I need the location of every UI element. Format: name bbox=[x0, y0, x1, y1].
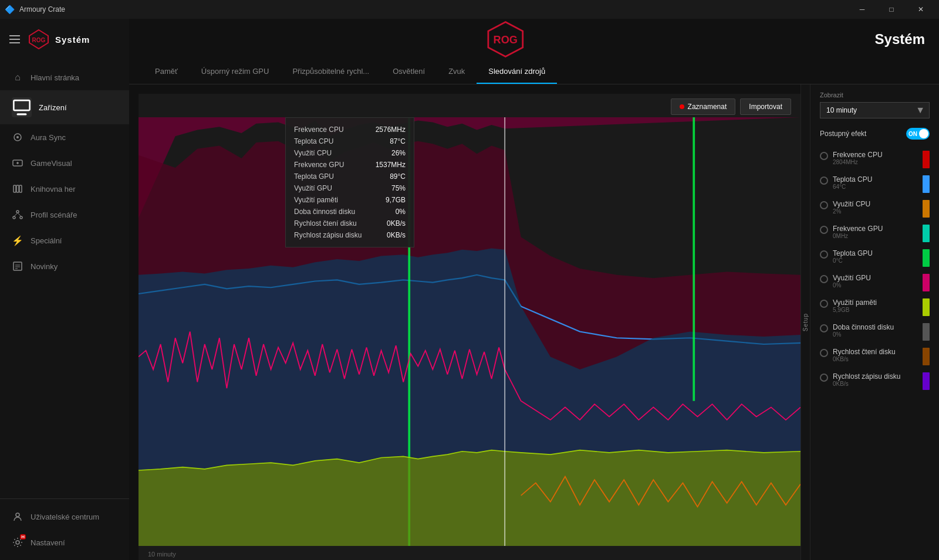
metric-value-disk-activity: 0% bbox=[833, 331, 918, 338]
tooltip-row-usage-gpu: Využití GPU 75% bbox=[294, 182, 406, 194]
metric-color-usage-cpu bbox=[923, 200, 930, 218]
sidebar-header: ROG Systém bbox=[0, 19, 129, 60]
maximize-button[interactable]: □ bbox=[878, 0, 905, 19]
sidebar-item-user-center[interactable]: Uživatelské centrum bbox=[0, 504, 129, 530]
tooltip-val-disk-activity: 0% bbox=[396, 208, 406, 216]
sidebar-item-special[interactable]: ⚡ Speciální bbox=[0, 228, 129, 253]
metric-color-freq-gpu bbox=[923, 225, 930, 242]
sidebar-item-aura[interactable]: Aura Sync bbox=[0, 124, 129, 150]
titlebar-left: 🔷 Armoury Crate bbox=[5, 5, 65, 14]
metric-name-disk-read: Rychlost čtení disku bbox=[833, 348, 918, 356]
tab-pamet[interactable]: Paměť bbox=[143, 60, 190, 84]
setup-tab[interactable]: Setup bbox=[800, 84, 810, 560]
sidebar-item-devices[interactable]: Zařízení bbox=[0, 90, 129, 124]
metric-item-usage-cpu[interactable]: Využití CPU 2% bbox=[820, 197, 930, 220]
metric-color-freq-cpu bbox=[923, 151, 930, 168]
metric-info-temp-gpu: Teplota GPU 0°C bbox=[833, 249, 918, 264]
rog-logo: ROG Systém bbox=[28, 29, 90, 50]
metric-item-usage-gpu[interactable]: Využití GPU 0% bbox=[820, 271, 930, 294]
chart-svg bbox=[139, 117, 800, 546]
metric-radio-freq-cpu[interactable] bbox=[820, 152, 828, 160]
gamevisual-icon bbox=[12, 157, 23, 169]
metric-name-usage-cpu: Využití CPU bbox=[833, 200, 918, 208]
tooltip-label-usage-cpu: Využití CPU bbox=[294, 149, 332, 157]
record-icon bbox=[680, 104, 684, 109]
chart-tooltip: Frekvence CPU 2576MHz Teplota CPU 87°C V… bbox=[285, 117, 414, 247]
scenarios-icon bbox=[12, 209, 23, 220]
metric-color-mem-usage bbox=[923, 298, 930, 316]
display-select-wrap: 10 minuty 30 minuty 1 hodina ▼ bbox=[820, 102, 930, 118]
titlebar-controls: ─ □ ✕ bbox=[849, 0, 934, 19]
metric-radio-temp-cpu[interactable] bbox=[820, 177, 828, 185]
chart-toolbar: Zaznamenat Importovat bbox=[671, 99, 791, 115]
tab-usporny[interactable]: Úsporný režim GPU bbox=[190, 60, 281, 84]
tooltip-val-usage-gpu: 75% bbox=[391, 184, 406, 192]
metric-name-temp-gpu: Teplota GPU bbox=[833, 249, 918, 257]
import-button[interactable]: Importovat bbox=[740, 99, 791, 115]
tooltip-label-temp-gpu: Teplota GPU bbox=[294, 172, 334, 181]
metric-name-freq-cpu: Frekvence CPU bbox=[833, 151, 918, 159]
metric-item-disk-write[interactable]: Rychlost zápisu disku 0KB/s bbox=[820, 369, 930, 393]
record-button[interactable]: Zaznamenat bbox=[671, 99, 736, 115]
svg-text:ROG: ROG bbox=[32, 37, 46, 43]
metric-item-disk-read[interactable]: Rychlost čtení disku 0KB/s bbox=[820, 345, 930, 368]
metric-radio-mem-usage[interactable] bbox=[820, 300, 828, 308]
metric-value-disk-write: 0KB/s bbox=[833, 381, 918, 387]
tooltip-row-freq-gpu: Frekvence GPU 1537MHz bbox=[294, 159, 406, 171]
minimize-button[interactable]: ─ bbox=[849, 0, 876, 19]
metrics-list: Frekvence CPU 2804MHz Teplota CPU 64°C V… bbox=[820, 148, 930, 393]
metric-radio-usage-gpu[interactable] bbox=[820, 275, 828, 283]
rog-brand-icon: ROG bbox=[143, 19, 868, 60]
svg-text:ROG: ROG bbox=[494, 34, 518, 46]
app-name: Systém bbox=[55, 35, 90, 45]
metric-item-temp-gpu[interactable]: Teplota GPU 0°C bbox=[820, 246, 930, 270]
sidebar-label-library: Knihovna her bbox=[31, 185, 76, 194]
home-icon: ⌂ bbox=[12, 72, 23, 83]
metric-value-usage-cpu: 2% bbox=[833, 208, 918, 215]
metric-value-usage-gpu: 0% bbox=[833, 282, 918, 289]
svg-point-5 bbox=[16, 136, 19, 138]
chart-canvas[interactable] bbox=[139, 117, 800, 546]
import-label: Importovat bbox=[749, 103, 782, 111]
metric-radio-disk-read[interactable] bbox=[820, 349, 828, 357]
metric-radio-usage-cpu[interactable] bbox=[820, 201, 828, 209]
tab-prizp[interactable]: Přizpůsobitelné rychl... bbox=[281, 60, 381, 84]
metric-radio-disk-activity[interactable] bbox=[820, 324, 828, 332]
metric-radio-freq-gpu[interactable] bbox=[820, 226, 828, 234]
tab-zvuk[interactable]: Zvuk bbox=[437, 60, 477, 84]
tab-osvetleni[interactable]: Osvětlení bbox=[381, 60, 437, 84]
effect-toggle[interactable]: ON bbox=[906, 128, 930, 140]
sidebar-label-devices: Zařízení bbox=[39, 103, 67, 112]
effect-label: Postupný efekt bbox=[820, 130, 866, 138]
metric-radio-temp-gpu[interactable] bbox=[820, 250, 828, 259]
metric-item-mem-usage[interactable]: Využití paměti 5,9GB bbox=[820, 296, 930, 319]
metric-item-freq-gpu[interactable]: Frekvence GPU 0MHz bbox=[820, 222, 930, 245]
metric-radio-disk-write[interactable] bbox=[820, 374, 828, 382]
tooltip-row-usage-cpu: Využití CPU 26% bbox=[294, 147, 406, 159]
metric-item-temp-cpu[interactable]: Teplota CPU 64°C bbox=[820, 172, 930, 196]
metric-info-freq-gpu: Frekvence GPU 0MHz bbox=[833, 225, 918, 239]
close-button[interactable]: ✕ bbox=[907, 0, 934, 19]
sidebar-item-gamevisual[interactable]: GameVisual bbox=[0, 150, 129, 176]
tooltip-label-mem: Využití paměti bbox=[294, 196, 338, 204]
metric-item-disk-activity[interactable]: Doba činnosti disku 0% bbox=[820, 320, 930, 344]
tab-sledovani[interactable]: Sledování zdrojů bbox=[477, 60, 557, 84]
page-title: Systém bbox=[875, 31, 925, 47]
svg-rect-9 bbox=[13, 185, 16, 192]
special-icon: ⚡ bbox=[12, 235, 23, 246]
sidebar-item-library[interactable]: Knihovna her bbox=[0, 176, 129, 202]
sidebar-item-home[interactable]: ⌂ Hlavní stránka bbox=[0, 65, 129, 90]
user-center-icon bbox=[12, 511, 23, 522]
sidebar-item-settings[interactable]: H Nastavení bbox=[0, 530, 129, 555]
record-label: Zaznamenat bbox=[688, 103, 727, 111]
metric-name-freq-gpu: Frekvence GPU bbox=[833, 225, 918, 233]
tooltip-row-mem: Využití paměti 9,7GB bbox=[294, 194, 406, 206]
sidebar-item-scenarios[interactable]: Profil scénáře bbox=[0, 202, 129, 228]
hamburger-menu[interactable] bbox=[9, 32, 23, 46]
display-select[interactable]: 10 minuty 30 minuty 1 hodina bbox=[820, 102, 930, 118]
chart-x-label: 10 minuty bbox=[148, 551, 176, 558]
chart-container: Zaznamenat Importovat bbox=[139, 94, 800, 560]
metric-item-freq-cpu[interactable]: Frekvence CPU 2804MHz bbox=[820, 148, 930, 171]
library-icon bbox=[12, 183, 23, 195]
sidebar-item-news[interactable]: Novinky bbox=[0, 253, 129, 279]
